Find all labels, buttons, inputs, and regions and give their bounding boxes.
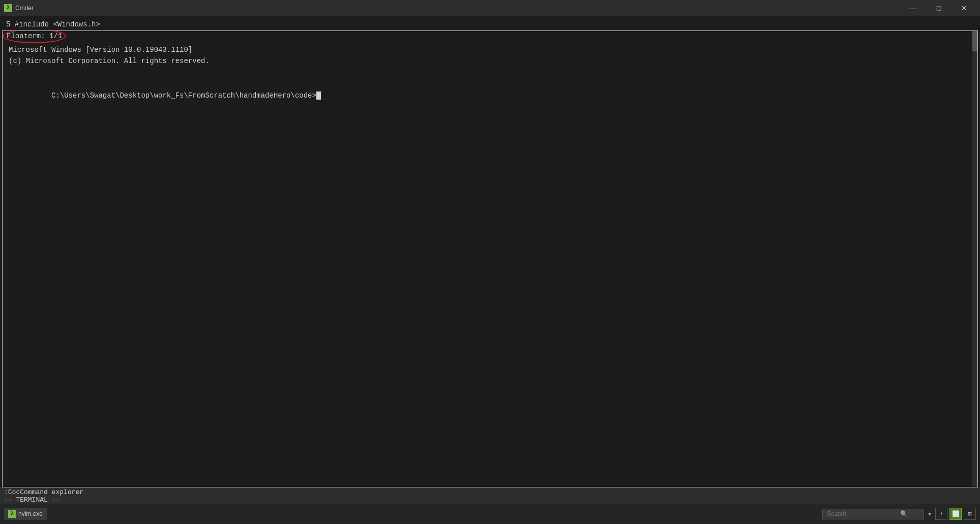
search-icon: 🔍 xyxy=(900,510,908,518)
terminal-line-4: C:\Users\Swagat\Desktop\work_Fs\FromScra… xyxy=(9,78,971,112)
terminal-area[interactable]: 5 #include <Windows.h> Floaterm: 1/1 Mic… xyxy=(0,16,980,487)
maximize-button[interactable]: □ xyxy=(927,0,951,16)
title-bar-left: λ Cmder xyxy=(4,4,34,12)
minimize-button[interactable]: — xyxy=(902,0,925,16)
taskbar-app-nvim[interactable]: λ nvim.exe xyxy=(4,508,47,520)
taskbar: λ nvim.exe 🔍 ▼ + ⬜ ⊞ xyxy=(0,504,980,524)
taskbar-grid-button[interactable]: ⊞ xyxy=(964,508,976,520)
status-text: :CocCommand explorer -- TERMINAL -- xyxy=(4,488,976,504)
cmder-window: λ Cmder — □ ✕ 5 #include <Windows.h> Flo… xyxy=(0,0,980,524)
floaterm-content[interactable]: Microsoft Windows [Version 10.0.19043.11… xyxy=(3,41,977,487)
cursor xyxy=(316,91,321,100)
status-bar: :CocCommand explorer -- TERMINAL -- xyxy=(0,487,980,504)
taskbar-right-icons: + ⬜ ⊞ xyxy=(935,508,976,520)
terminal-line-3 xyxy=(9,67,971,78)
scrollbar-track[interactable] xyxy=(972,31,977,487)
search-input[interactable] xyxy=(827,510,898,517)
taskbar-arrow-down[interactable]: ▼ xyxy=(926,510,933,518)
window-title: Cmder xyxy=(15,5,34,12)
floaterm-label: Floaterm: 1/1 xyxy=(7,32,62,40)
pre-floaterm-line: 5 #include <Windows.h> xyxy=(0,16,980,30)
terminal-line-2: (c) Microsoft Corporation. All rights re… xyxy=(9,55,971,67)
window-controls: — □ ✕ xyxy=(902,0,976,16)
taskbar-plus-button[interactable]: + xyxy=(935,508,947,520)
search-bar: 🔍 xyxy=(822,509,924,519)
taskbar-window-button[interactable]: ⬜ xyxy=(949,508,962,520)
nvim-icon: λ xyxy=(8,510,16,518)
floaterm-container: Floaterm: 1/1 Microsoft Windows [Version… xyxy=(2,30,978,487)
close-button[interactable]: ✕ xyxy=(953,0,976,16)
scrollbar-thumb[interactable] xyxy=(972,31,977,51)
nvim-label: nvim.exe xyxy=(18,510,43,517)
terminal-line-1: Microsoft Windows [Version 10.0.19043.11… xyxy=(9,44,971,55)
cmder-icon: λ xyxy=(4,4,12,12)
floaterm-header: Floaterm: 1/1 xyxy=(3,31,977,41)
title-bar: λ Cmder — □ ✕ xyxy=(0,0,980,16)
